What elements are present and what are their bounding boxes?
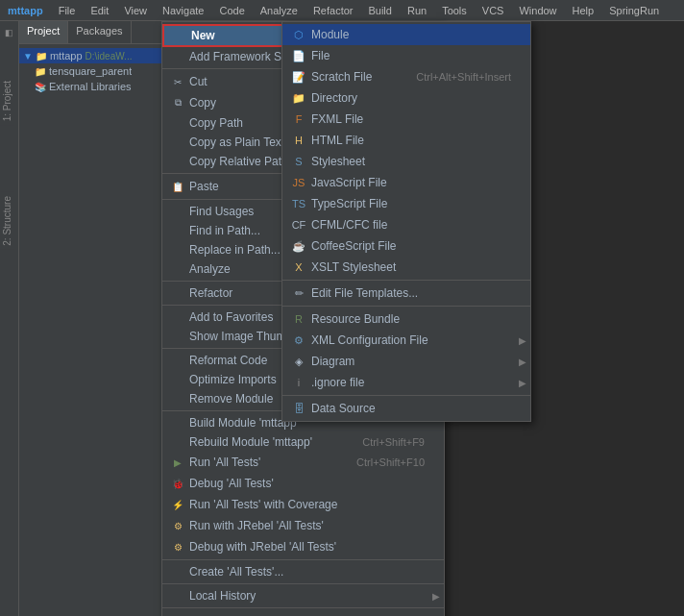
xml-config-label: XML Configuration File xyxy=(311,333,511,347)
submenu-scratch[interactable]: 📝 Scratch File Ctrl+Alt+Shift+Insert xyxy=(282,66,530,87)
submenu-html[interactable]: H HTML File xyxy=(282,130,530,151)
tab-project[interactable]: Project xyxy=(19,21,68,43)
topbar: mttapp File Edit View Navigate Code Anal… xyxy=(0,0,684,21)
menu-view[interactable]: View xyxy=(120,3,151,18)
tree-item-mttapp[interactable]: ▼ 📁 mttapp D:\ideaW... xyxy=(19,48,180,63)
diagram-arrow: ▶ xyxy=(519,357,526,367)
menu-code[interactable]: Code xyxy=(215,3,248,18)
file-icon: 📄 xyxy=(290,48,307,63)
menu-build[interactable]: Build xyxy=(364,3,395,18)
tree-external-label: External Libraries xyxy=(49,81,132,92)
edit-templates-label: Edit File Templates... xyxy=(311,286,511,300)
menu-tools[interactable]: Tools xyxy=(438,3,471,18)
diagram-icon: ◈ xyxy=(290,354,307,369)
submenu-resource[interactable]: R Resource Bundle xyxy=(282,308,530,330)
submenu-cfml[interactable]: CF CFML/CFC file xyxy=(282,214,530,235)
submenu-xml-config[interactable]: ⚙ XML Configuration File ▶ xyxy=(282,330,530,351)
separator-9 xyxy=(162,583,444,584)
menu-file[interactable]: File xyxy=(55,3,80,18)
context-menu-item-rebuild[interactable]: Rebuild Module 'mttapp' Ctrl+Shift+F9 xyxy=(162,432,444,452)
datasource-icon: 🗄 xyxy=(290,401,307,416)
xslt-icon: X xyxy=(290,259,307,275)
submenu-fxml[interactable]: F FXML File xyxy=(282,109,530,130)
tab-project-label: Project xyxy=(27,25,60,37)
submenu-module[interactable]: ⬡ Module xyxy=(282,24,530,45)
scratch-icon: 📝 xyxy=(290,69,307,85)
context-menu-item-run-tests[interactable]: ▶ Run 'All Tests' Ctrl+Shift+F10 xyxy=(162,452,444,473)
cfml-icon: CF xyxy=(290,217,307,233)
submenu-ts[interactable]: TS TypeScript File xyxy=(282,193,530,214)
menu-edit[interactable]: Edit xyxy=(86,3,112,18)
jrebel-debug-icon: ⚙ xyxy=(170,539,185,554)
stylesheet-icon: S xyxy=(290,154,307,169)
context-menu-item-local-history[interactable]: Local History ▶ xyxy=(162,586,444,605)
submenu-xslt[interactable]: X XSLT Stylesheet xyxy=(282,257,530,278)
menu-vcs[interactable]: VCS xyxy=(478,3,508,18)
context-menu-item-jrebel-debug[interactable]: ⚙ Debug with JRebel 'All Tests' xyxy=(162,536,444,557)
jrebel-debug-label: Debug with JRebel 'All Tests' xyxy=(189,540,425,554)
fxml-icon: F xyxy=(290,111,307,127)
submenu-ignore[interactable]: i .ignore file ▶ xyxy=(282,372,530,393)
submenu-datasource[interactable]: 🗄 Data Source xyxy=(282,398,530,419)
fxml-label: FXML File xyxy=(311,112,511,126)
tree-mttapp-path: D:\ideaW... xyxy=(86,51,133,62)
submenu-stylesheet[interactable]: S Stylesheet xyxy=(282,151,530,172)
run-tests-label: Run 'All Tests' xyxy=(189,456,341,469)
project-panel: Project Packages ▼ 📁 mttapp D:\ideaW... … xyxy=(19,21,181,616)
menu-springrun[interactable]: SpringRun xyxy=(605,3,663,18)
coverage-label: Run 'All Tests' with Coverage xyxy=(189,498,425,511)
submenu-dir[interactable]: 📁 Directory xyxy=(282,87,530,109)
scratch-shortcut: Ctrl+Alt+Shift+Insert xyxy=(416,71,511,83)
submenu-sep-3 xyxy=(282,395,530,396)
context-menu-item-create-tests[interactable]: Create 'All Tests'... xyxy=(162,562,444,581)
submenu-sep-1 xyxy=(282,280,530,281)
submenu-coffee[interactable]: ☕ CoffeeScript File xyxy=(282,235,530,257)
menu-run[interactable]: Run xyxy=(403,3,430,18)
submenu-diagram[interactable]: ◈ Diagram ▶ xyxy=(282,351,530,372)
menu-refactor[interactable]: Refactor xyxy=(309,3,357,18)
xml-icon: ⚙ xyxy=(290,333,307,348)
menu-help[interactable]: Help xyxy=(569,3,598,18)
tree-tensquare-label: tensquare_parent xyxy=(49,65,132,77)
run-tests-shortcut: Ctrl+Shift+F10 xyxy=(356,456,425,468)
diagram-label: Diagram xyxy=(311,355,511,368)
coffee-icon: ☕ xyxy=(290,238,307,254)
ts-icon: TS xyxy=(290,196,307,211)
cfml-label: CFML/CFC file xyxy=(311,218,511,232)
rebuild-label: Rebuild Module 'mttapp' xyxy=(189,435,347,449)
separator-10 xyxy=(162,607,444,608)
vtab-project[interactable]: 1: Project xyxy=(0,77,14,125)
tree-item-external[interactable]: 📚 External Libraries xyxy=(19,79,180,94)
tree-item-tensquare[interactable]: 📁 tensquare_parent xyxy=(19,63,180,79)
context-menu-item-jrebel-run[interactable]: ⚙ Run with JRebel 'All Tests' xyxy=(162,515,444,536)
context-menu-item-coverage[interactable]: ⚡ Run 'All Tests' with Coverage xyxy=(162,494,444,515)
menu-analyze[interactable]: Analyze xyxy=(256,3,302,18)
stylesheet-label: Stylesheet xyxy=(311,155,511,168)
submenu-file[interactable]: 📄 File xyxy=(282,45,530,66)
datasource-label: Data Source xyxy=(311,402,511,415)
ts-label: TypeScript File xyxy=(311,197,511,210)
html-label: HTML File xyxy=(311,134,511,147)
submenu-edit-templates[interactable]: ✏ Edit File Templates... xyxy=(282,283,530,304)
edit-templates-icon: ✏ xyxy=(290,285,307,301)
menu-navigate[interactable]: Navigate xyxy=(159,3,208,18)
file-label: File xyxy=(311,49,511,62)
tensquare-icon: 📁 xyxy=(35,66,46,77)
tab-packages[interactable]: Packages xyxy=(68,21,131,43)
submenu-js[interactable]: JS JavaScript File xyxy=(282,172,530,193)
menu-window[interactable]: Window xyxy=(515,3,560,18)
debug-tests-label: Debug 'All Tests' xyxy=(189,477,425,490)
module-icon: ▼ xyxy=(23,51,33,62)
module-icon: ⬡ xyxy=(290,27,307,42)
project-icon: 📁 xyxy=(36,51,47,62)
xml-arrow: ▶ xyxy=(519,335,526,346)
coffee-label: CoffeeScript File xyxy=(311,239,511,253)
xslt-label: XSLT Stylesheet xyxy=(311,260,511,274)
run-icon: ▶ xyxy=(170,455,185,470)
context-menu-item-sync[interactable]: 🔄 Synchronize 'mttapp' xyxy=(162,610,444,616)
html-icon: H xyxy=(290,133,307,148)
ignore-icon: i xyxy=(290,375,307,390)
vtab-structure[interactable]: 2: Structure xyxy=(0,192,14,250)
context-menu-item-debug-tests[interactable]: 🐞 Debug 'All Tests' xyxy=(162,473,444,494)
local-history-label: Local History xyxy=(189,589,425,603)
